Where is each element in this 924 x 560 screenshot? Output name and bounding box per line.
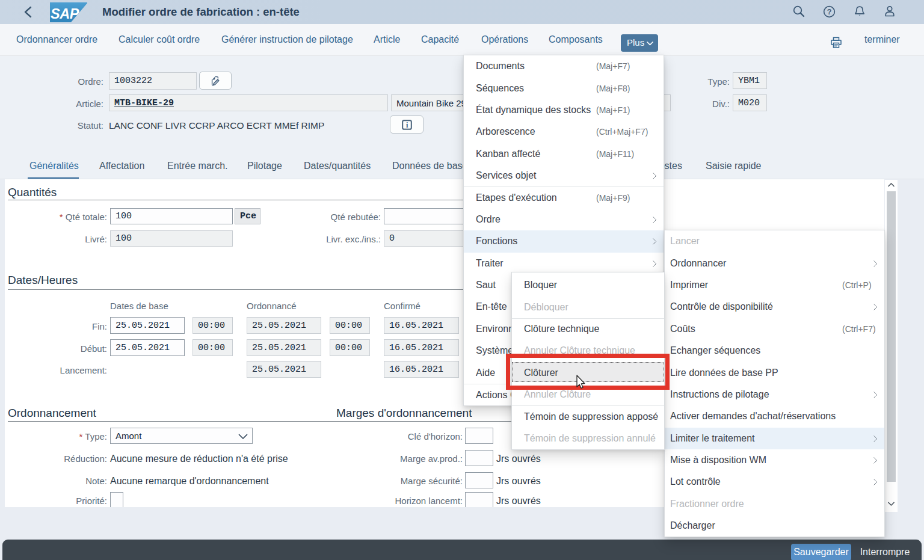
svg-text:?: ?: [827, 8, 832, 16]
svg-text:i: i: [406, 121, 408, 129]
svg-text:SAP: SAP: [51, 6, 79, 22]
